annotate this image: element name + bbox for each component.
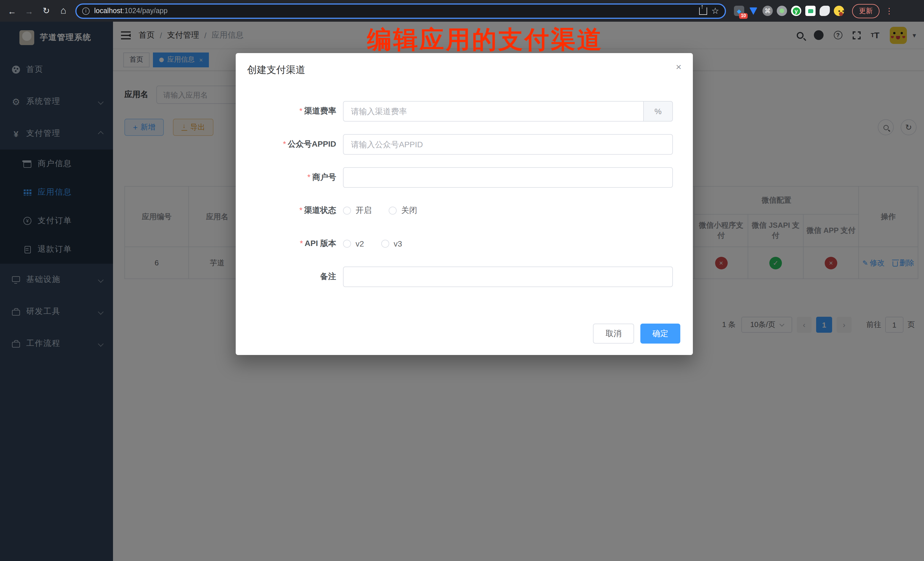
dialog-footer: 取消 确定 (236, 300, 693, 344)
field-remark: 备注 (236, 267, 693, 287)
site-info-icon[interactable]: i (82, 7, 90, 15)
extensions-puzzle-icon[interactable] (819, 6, 830, 16)
dialog-title: 创建支付渠道 (247, 64, 305, 75)
dialog-header: 创建支付渠道 × (236, 53, 693, 81)
url-text: localhost:1024/pay/app (94, 7, 168, 15)
appid-input[interactable] (343, 134, 673, 154)
radio-circle-icon (343, 207, 351, 214)
annotation-text: 编辑应用的支付渠道 (367, 23, 603, 57)
reload-icon[interactable] (39, 3, 54, 18)
remark-input[interactable] (343, 267, 673, 287)
extensions-row: 10 (734, 6, 844, 16)
field-merchant: *商户号 (236, 167, 693, 188)
url-bar[interactable]: i localhost:1024/pay/app (75, 3, 726, 18)
extension-badge: 10 (739, 13, 748, 19)
extension-abstract-icon[interactable]: 10 (734, 6, 744, 16)
app-page: 芋道管理系统 首页 系统管理 支付管理 商户信息 (0, 22, 924, 561)
radio-circle-icon (343, 240, 351, 248)
field-api-version: *API 版本 v2 v3 (236, 233, 693, 254)
cancel-button[interactable]: 取消 (593, 324, 634, 344)
browser-menu-kebab-icon[interactable] (885, 6, 893, 15)
create-channel-dialog: 创建支付渠道 × *渠道费率 % *公众号APPID (236, 53, 693, 355)
home-icon[interactable] (56, 3, 71, 18)
field-appid: *公众号APPID (236, 134, 693, 154)
dialog-body: *渠道费率 % *公众号APPID *商户号 (236, 81, 693, 287)
browser-toolbar: i localhost:1024/pay/app 10 更新 (0, 0, 924, 22)
forward-icon[interactable] (22, 3, 36, 18)
radio-status-off[interactable]: 关闭 (388, 206, 417, 216)
back-icon[interactable] (4, 3, 20, 18)
radio-status-on[interactable]: 开启 (343, 206, 372, 216)
bookmark-star-icon[interactable] (711, 6, 719, 16)
share-icon[interactable] (699, 7, 707, 15)
extension-command-icon[interactable] (762, 6, 773, 16)
extension-chat-icon[interactable] (805, 6, 816, 16)
rate-input[interactable] (343, 101, 643, 122)
extension-kite-icon[interactable] (748, 6, 759, 16)
extension-emoji-icon[interactable] (834, 6, 844, 16)
browser-update-button[interactable]: 更新 (852, 4, 879, 18)
merchant-input[interactable] (343, 167, 673, 188)
screenshot-root: i localhost:1024/pay/app 10 更新 芋道 (0, 0, 924, 561)
radio-api-v3[interactable]: v3 (381, 239, 402, 248)
field-status: *渠道状态 开启 关闭 (236, 200, 693, 221)
extension-dot-icon[interactable] (777, 6, 787, 16)
radio-circle-icon (381, 240, 389, 248)
confirm-button[interactable]: 确定 (640, 324, 680, 344)
extension-y-icon[interactable] (791, 6, 801, 16)
close-icon[interactable]: × (676, 62, 681, 72)
field-rate: *渠道费率 % (236, 101, 693, 122)
radio-circle-icon (388, 207, 397, 214)
percent-suffix: % (643, 101, 673, 122)
radio-api-v2[interactable]: v2 (343, 239, 364, 248)
